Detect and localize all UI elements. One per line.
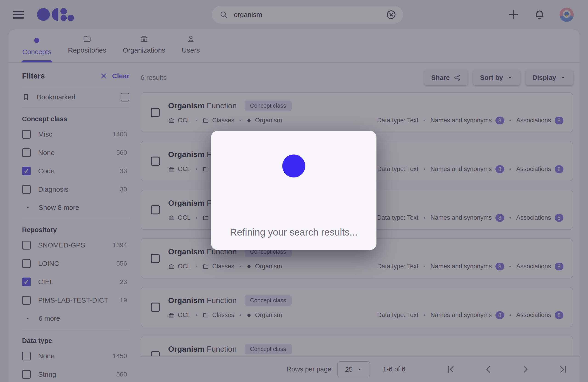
app-root: Concepts Repositories Organizations User… — [0, 0, 588, 382]
loading-modal: Refining your search results... — [211, 131, 377, 250]
loading-message: Refining your search results... — [211, 227, 377, 238]
loading-spinner — [282, 155, 305, 178]
